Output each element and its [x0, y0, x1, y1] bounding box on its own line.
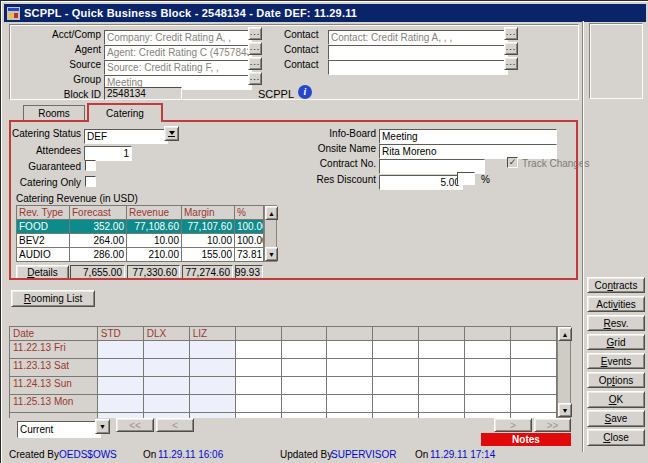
tab-rooms[interactable]: Rooms	[23, 105, 85, 121]
grid-header-cell[interactable]	[511, 327, 557, 341]
grid-cell[interactable]	[327, 377, 373, 395]
date-grid-scrollbar[interactable]: ▲ ▼	[557, 326, 571, 418]
sidebar-top-panel	[589, 23, 643, 99]
acct-comp-lookup-button[interactable]: ...	[248, 27, 262, 40]
contact-1-lookup-button[interactable]: ...	[504, 27, 518, 40]
next-page-button[interactable]: >	[494, 418, 532, 432]
rooming-list-button[interactable]: Rooming List	[11, 290, 95, 307]
grid-cell[interactable]	[511, 395, 557, 413]
tab-catering[interactable]: Catering	[87, 103, 163, 122]
view-select-dropdown-button[interactable]: ▼	[95, 419, 110, 434]
contracts-button[interactable]: Contracts	[587, 277, 645, 293]
grid-header-cell[interactable]: DLX	[144, 327, 190, 341]
grid-cell[interactable]	[236, 377, 282, 395]
grid-button[interactable]: Grid	[587, 334, 645, 350]
grid-cell[interactable]	[511, 341, 557, 359]
grid-date-cell[interactable]	[10, 413, 98, 418]
grid-row: 11.25.13 Mon	[10, 395, 557, 413]
scroll-up-icon[interactable]: ▲	[558, 327, 572, 341]
grid-cell[interactable]	[190, 341, 236, 359]
grid-header-row: DateSTDDLXLIZ	[10, 327, 557, 341]
grid-date-cell[interactable]: 11.23.13 Sat	[10, 359, 98, 377]
grid-cell[interactable]	[419, 395, 465, 413]
notes-button[interactable]: Notes	[481, 433, 571, 446]
scroll-down-icon[interactable]: ▼	[558, 403, 572, 417]
grid-header-cell[interactable]	[465, 327, 511, 341]
contact-2-lookup-button[interactable]: ...	[504, 42, 518, 55]
group-lookup-button[interactable]: ...	[248, 72, 262, 85]
grid-date-cell[interactable]: 11.24.13 Sun	[10, 377, 98, 395]
grid-cell[interactable]	[144, 359, 190, 377]
grid-cell[interactable]	[327, 341, 373, 359]
agent-lookup-button[interactable]: ...	[248, 42, 262, 55]
grid-cell[interactable]	[282, 359, 328, 377]
grid-header-cell[interactable]: LIZ	[190, 327, 236, 341]
first-page-button[interactable]: <<	[116, 418, 154, 432]
grid-cell[interactable]	[144, 395, 190, 413]
grid-cell[interactable]	[327, 395, 373, 413]
events-button[interactable]: Events	[587, 353, 645, 369]
grid-header-cell[interactable]	[282, 327, 328, 341]
grid-date-cell[interactable]: 11.22.13 Fri	[10, 341, 98, 359]
grid-cell[interactable]	[511, 359, 557, 377]
grid-cell[interactable]	[327, 413, 373, 418]
grid-cell[interactable]	[282, 413, 328, 418]
grid-cell[interactable]	[282, 395, 328, 413]
grid-header-cell[interactable]	[373, 327, 419, 341]
last-page-button[interactable]: >>	[534, 418, 571, 432]
grid-cell[interactable]	[98, 377, 144, 395]
grid-cell[interactable]	[98, 395, 144, 413]
grid-cell[interactable]	[465, 341, 511, 359]
grid-header-cell[interactable]	[419, 327, 465, 341]
prev-page-button[interactable]: <	[156, 418, 194, 432]
grid-header-date[interactable]: Date	[10, 327, 98, 341]
grid-cell[interactable]	[419, 359, 465, 377]
grid-cell[interactable]	[236, 359, 282, 377]
contact-3-label: Contact	[284, 59, 324, 70]
grid-cell[interactable]	[236, 413, 282, 418]
save-button[interactable]: Save	[587, 410, 645, 427]
contact-3-lookup-button[interactable]: ...	[504, 57, 518, 70]
grid-cell[interactable]	[373, 359, 419, 377]
grid-header-cell[interactable]: STD	[98, 327, 144, 341]
grid-cell[interactable]	[190, 395, 236, 413]
grid-cell[interactable]	[190, 359, 236, 377]
grid-header-cell[interactable]	[236, 327, 282, 341]
grid-cell[interactable]	[144, 377, 190, 395]
grid-date-cell[interactable]: 11.25.13 Mon	[10, 395, 98, 413]
grid-cell[interactable]	[98, 341, 144, 359]
grid-cell[interactable]	[419, 413, 465, 418]
grid-cell[interactable]	[144, 341, 190, 359]
source-lookup-button[interactable]: ...	[248, 57, 262, 70]
grid-cell[interactable]	[190, 413, 236, 418]
contact-3-field[interactable]	[328, 60, 508, 75]
grid-cell[interactable]	[465, 377, 511, 395]
grid-cell[interactable]	[236, 341, 282, 359]
grid-cell[interactable]	[98, 359, 144, 377]
grid-cell[interactable]	[465, 395, 511, 413]
info-icon[interactable]: i	[298, 85, 312, 99]
resv-button[interactable]: Resv.	[587, 315, 645, 331]
view-select[interactable]	[17, 421, 101, 438]
grid-cell[interactable]	[373, 413, 419, 418]
grid-cell[interactable]	[511, 377, 557, 395]
grid-cell[interactable]	[282, 377, 328, 395]
agent-label: Agent	[9, 44, 101, 55]
activities-button[interactable]: Activities	[587, 296, 645, 312]
grid-cell[interactable]	[373, 341, 419, 359]
ok-button[interactable]: OK	[587, 391, 645, 408]
grid-cell[interactable]	[236, 395, 282, 413]
grid-cell[interactable]	[419, 341, 465, 359]
grid-cell[interactable]	[373, 377, 419, 395]
grid-cell[interactable]	[190, 377, 236, 395]
grid-row: 11.22.13 Fri	[10, 341, 557, 359]
grid-cell[interactable]	[419, 377, 465, 395]
grid-cell[interactable]	[282, 341, 328, 359]
grid-header-cell[interactable]	[327, 327, 373, 341]
grid-cell[interactable]	[373, 395, 419, 413]
options-button[interactable]: Options	[587, 372, 645, 388]
title-bar[interactable]: SCPPL - Quick Business Block - 2548134 -…	[4, 4, 646, 22]
grid-cell[interactable]	[327, 359, 373, 377]
close-button[interactable]: Close	[587, 429, 645, 446]
grid-cell[interactable]	[465, 359, 511, 377]
